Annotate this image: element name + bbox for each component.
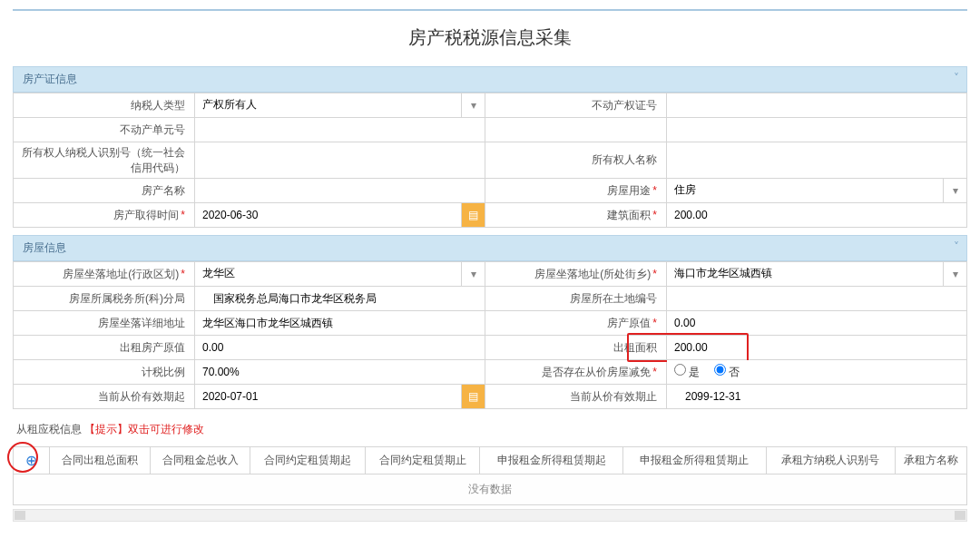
input-property-name[interactable] — [195, 180, 485, 202]
required-marker: * — [652, 268, 657, 280]
calendar-icon[interactable]: ▤ — [461, 203, 485, 227]
input-location-admin[interactable] — [195, 262, 459, 285]
horizontal-scrollbar[interactable] — [13, 509, 967, 522]
label-acquire-date-cell: 房产取得时间* — [14, 203, 195, 228]
col-declare-to: 申报租金所得租赁期止 — [622, 447, 766, 474]
label-area: 建筑面积 — [607, 209, 651, 221]
rent-tax-header-row: 从租应税信息 【提示】双击可进行修改 — [13, 416, 967, 443]
col-agreed-from: 合同约定租赁期起 — [250, 447, 365, 474]
label-valid-to: 当前从价有效期止 — [485, 385, 667, 409]
label-location-admin-cell: 房屋坐落地址(行政区划)* — [14, 262, 195, 287]
add-row-cell: ⊕ — [14, 447, 50, 474]
chevron-down-icon[interactable]: ▾ — [461, 93, 485, 117]
select-usage[interactable]: ▾ — [667, 179, 966, 202]
radio-no-label[interactable]: 否 — [714, 366, 740, 378]
no-data-row: 没有数据 — [13, 474, 967, 505]
section-header-house-label: 房屋信息 — [23, 241, 66, 254]
label-usage-cell: 房屋用途* — [485, 179, 667, 203]
scroll-right-icon[interactable] — [955, 511, 965, 520]
input-tax-ratio[interactable] — [195, 361, 485, 384]
label-has-reduction-cell: 是否存在从价房屋减免* — [485, 360, 667, 385]
date-acquire[interactable]: ▤ — [195, 203, 485, 227]
radio-group-reduction: 是 否 — [667, 364, 966, 380]
label-land-no: 房屋所在土地编号 — [485, 287, 667, 311]
input-taxpayer-type[interactable] — [195, 93, 459, 116]
col-total-income: 合同租金总收入 — [150, 447, 250, 474]
input-valid-from[interactable] — [195, 385, 459, 407]
label-valid-from: 当前从价有效期起 — [14, 385, 195, 409]
col-tenant-id: 承租方纳税人识别号 — [766, 447, 895, 474]
input-owner-id[interactable] — [195, 149, 485, 171]
input-acquire-date[interactable] — [195, 203, 459, 226]
label-location-street: 房屋坐落地址(所处街乡) — [534, 268, 651, 280]
select-location-admin[interactable]: ▾ — [195, 262, 485, 286]
cell-blank1 — [667, 118, 967, 142]
section-house-info: 房屋信息 ˅ 房屋坐落地址(行政区划)* ▾ 房屋坐落地址(所处街乡)* ▾ — [13, 235, 967, 409]
select-location-street[interactable]: ▾ — [667, 262, 966, 286]
required-marker: * — [652, 317, 657, 329]
input-location-street[interactable] — [667, 262, 941, 285]
top-accent-bar — [13, 9, 967, 11]
input-orig-value[interactable] — [667, 312, 966, 335]
section-header-house: 房屋信息 ˅ — [13, 235, 967, 261]
collapse-icon[interactable]: ˅ — [954, 72, 959, 84]
chevron-down-icon[interactable]: ▾ — [943, 179, 966, 202]
label-location-street-cell: 房屋坐落地址(所处街乡)* — [485, 262, 667, 287]
input-detail-addr[interactable] — [195, 312, 485, 335]
section-rent-tax: 从租应税信息 【提示】双击可进行修改 ⊕ 合同出租总面积 合同租金总收入 合同约… — [13, 416, 967, 522]
label-has-reduction: 是否存在从价房屋减免 — [542, 366, 651, 378]
label-usage: 房屋用途 — [607, 184, 651, 197]
section-property-cert: 房产证信息 ˅ 纳税人类型 ▾ 不动产权证号 不动产单元号 — [13, 66, 967, 228]
label-taxpayer-type: 纳税人类型 — [14, 93, 195, 118]
input-unit-no[interactable] — [195, 119, 485, 142]
radio-no[interactable] — [714, 364, 726, 376]
collapse-icon[interactable]: ˅ — [954, 240, 959, 253]
label-tax-bureau: 房屋所属税务所(科)分局 — [14, 287, 195, 311]
add-row-button[interactable]: ⊕ — [25, 452, 37, 469]
page-title: 房产税税源信息采集 — [13, 18, 967, 66]
input-usage[interactable] — [667, 179, 941, 201]
input-cert-no[interactable] — [667, 94, 966, 117]
chevron-down-icon[interactable]: ▾ — [461, 262, 485, 286]
radio-yes-text: 是 — [689, 366, 700, 378]
scroll-left-icon[interactable] — [15, 511, 25, 520]
col-total-area: 合同出租总面积 — [50, 447, 151, 474]
label-detail-addr: 房屋坐落详细地址 — [14, 311, 195, 336]
label-blank1 — [485, 118, 667, 142]
radio-yes[interactable] — [674, 364, 686, 376]
input-land-no[interactable] — [667, 288, 966, 310]
required-marker: * — [652, 209, 657, 221]
input-area[interactable] — [667, 204, 966, 227]
label-cert-no: 不动产权证号 — [485, 93, 667, 118]
label-location-admin: 房屋坐落地址(行政区划) — [63, 268, 179, 280]
label-acquire-date: 房产取得时间 — [113, 209, 179, 221]
col-declare-from: 申报租金所得租赁期起 — [480, 447, 623, 474]
radio-yes-label[interactable]: 是 — [674, 366, 700, 378]
input-owner-name[interactable] — [667, 149, 966, 171]
required-marker: * — [181, 268, 185, 280]
radio-no-text: 否 — [729, 366, 740, 378]
select-taxpayer-type[interactable]: ▾ — [195, 93, 485, 117]
col-agreed-to: 合同约定租赁期止 — [365, 447, 479, 474]
calendar-icon[interactable]: ▤ — [461, 385, 485, 408]
rent-tax-hint: 【提示】双击可进行修改 — [84, 422, 204, 437]
label-unit-no: 不动产单元号 — [14, 118, 195, 142]
label-rent-area: 出租面积 — [485, 336, 667, 360]
label-orig-value-cell: 房产原值* — [485, 311, 667, 336]
chevron-down-icon[interactable]: ▾ — [943, 262, 966, 286]
house-form-table: 房屋坐落地址(行政区划)* ▾ 房屋坐落地址(所处街乡)* ▾ 房屋所属税务所( — [13, 261, 967, 409]
required-marker: * — [181, 209, 185, 221]
label-orig-value: 房产原值 — [607, 317, 651, 329]
rent-grid: ⊕ 合同出租总面积 合同租金总收入 合同约定租赁期起 合同约定租赁期止 申报租金… — [13, 446, 967, 474]
input-rent-orig-value[interactable] — [195, 337, 485, 359]
section-header-cert-label: 房产证信息 — [23, 73, 77, 85]
date-valid-from[interactable]: ▤ — [195, 385, 485, 408]
label-area-cell: 建筑面积* — [485, 203, 667, 228]
input-tax-bureau[interactable] — [195, 288, 485, 310]
label-rent-orig-value: 出租房产原值 — [14, 336, 195, 360]
section-header-cert: 房产证信息 ˅ — [13, 66, 967, 93]
cert-form-table: 纳税人类型 ▾ 不动产权证号 不动产单元号 — [13, 93, 967, 228]
label-property-name: 房产名称 — [14, 179, 195, 203]
input-valid-to[interactable] — [667, 386, 966, 408]
input-rent-area[interactable] — [667, 337, 966, 359]
